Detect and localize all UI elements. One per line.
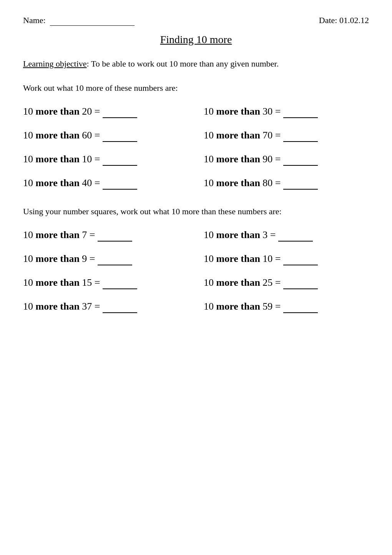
lo-prefix: Learning objective (23, 59, 87, 68)
answer-line-s2p2[interactable] (278, 229, 313, 242)
problem-s2p4-text: 10 more than 10 = (204, 253, 281, 265)
problem-s1p7: 10 more than 40 = (23, 177, 188, 190)
name-underline (50, 15, 135, 26)
problem-s2p5-text: 10 more than 15 = (23, 277, 100, 288)
name-field: Name: (23, 15, 135, 26)
problem-s1p5-text: 10 more than 10 = (23, 153, 100, 165)
problem-s1p6: 10 more than 90 = (204, 153, 369, 166)
date-field: Date: 01.02.12 (319, 15, 369, 25)
problem-s2p6: 10 more than 25 = (204, 277, 369, 289)
page-title: Finding 10 more (23, 33, 369, 46)
name-label: Name: (23, 15, 46, 25)
answer-line-s1p5[interactable] (103, 153, 137, 166)
answer-line-s1p3[interactable] (103, 130, 137, 142)
problem-s2p6-text: 10 more than 25 = (204, 277, 281, 288)
problem-s1p1: 10 more than 20 = (23, 106, 188, 118)
problem-s1p4-text: 10 more than 70 = (204, 130, 281, 141)
answer-line-s2p7[interactable] (103, 301, 137, 313)
problem-s2p8: 10 more than 59 = (204, 301, 369, 313)
problem-s1p6-text: 10 more than 90 = (204, 153, 281, 165)
lo-text: : To be able to work out 10 more than an… (87, 59, 279, 68)
problem-s1p7-text: 10 more than 40 = (23, 177, 100, 189)
problem-s2p3: 10 more than 9 = (23, 253, 188, 265)
answer-line-s1p8[interactable] (283, 177, 318, 190)
answer-line-s2p3[interactable] (98, 253, 132, 265)
learning-objective: Learning objective: To be able to work o… (23, 57, 369, 70)
answer-line-s2p4[interactable] (283, 253, 318, 265)
answer-line-s1p6[interactable] (283, 153, 318, 166)
section1-problems: 10 more than 20 = 10 more than 30 = 10 m… (23, 106, 369, 190)
problem-s2p7-text: 10 more than 37 = (23, 301, 100, 312)
problem-s2p5: 10 more than 15 = (23, 277, 188, 289)
answer-line-s1p7[interactable] (103, 177, 137, 190)
problem-s1p5: 10 more than 10 = (23, 153, 188, 166)
header: Name: Date: 01.02.12 (23, 15, 369, 26)
problem-s2p3-text: 10 more than 9 = (23, 253, 95, 265)
problem-s2p4: 10 more than 10 = (204, 253, 369, 265)
problem-s1p3-text: 10 more than 60 = (23, 130, 100, 141)
problem-s2p1-text: 10 more than 7 = (23, 229, 95, 241)
problem-s1p1-text: 10 more than 20 = (23, 106, 100, 117)
problem-s2p2: 10 more than 3 = (204, 229, 369, 242)
problem-s1p2: 10 more than 30 = (204, 106, 369, 118)
problem-s1p2-text: 10 more than 30 = (204, 106, 281, 117)
answer-line-s2p5[interactable] (103, 277, 137, 289)
problem-s2p8-text: 10 more than 59 = (204, 301, 281, 312)
instruction2: Using your number squares, work out what… (23, 205, 369, 218)
answer-line-s1p2[interactable] (283, 106, 318, 118)
problem-s2p1: 10 more than 7 = (23, 229, 188, 242)
instruction1: Work out what 10 more of these numbers a… (23, 82, 369, 94)
answer-line-s2p1[interactable] (98, 229, 132, 242)
answer-line-s2p8[interactable] (283, 301, 318, 313)
answer-line-s2p6[interactable] (283, 277, 318, 289)
problem-s2p7: 10 more than 37 = (23, 301, 188, 313)
problem-s2p2-text: 10 more than 3 = (204, 229, 276, 241)
problem-s1p4: 10 more than 70 = (204, 130, 369, 142)
answer-line-s1p4[interactable] (283, 130, 318, 142)
problem-s1p8: 10 more than 80 = (204, 177, 369, 190)
section2-problems: 10 more than 7 = 10 more than 3 = 10 mor… (23, 229, 369, 313)
problem-s1p3: 10 more than 60 = (23, 130, 188, 142)
answer-line-s1p1[interactable] (103, 106, 137, 118)
problem-s1p8-text: 10 more than 80 = (204, 177, 281, 189)
